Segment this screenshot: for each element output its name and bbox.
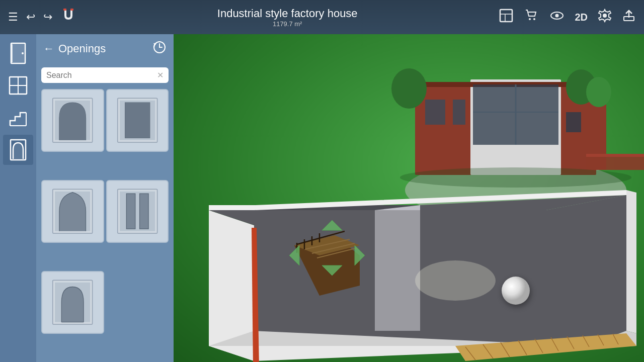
opening-item-4[interactable] bbox=[106, 180, 169, 243]
cart-icon[interactable] bbox=[524, 8, 539, 26]
svg-rect-2 bbox=[500, 10, 512, 22]
category-door[interactable] bbox=[3, 38, 33, 68]
svg-rect-52 bbox=[586, 154, 644, 157]
category-arch[interactable] bbox=[3, 135, 33, 165]
project-title: Industrial style factory house bbox=[217, 7, 358, 20]
menu-icon[interactable]: ☰ bbox=[8, 11, 18, 24]
viewport[interactable] bbox=[174, 34, 644, 362]
svg-point-48 bbox=[391, 68, 427, 109]
svg-rect-0 bbox=[63, 9, 66, 11]
floor-plan bbox=[209, 190, 636, 361]
svg-rect-42 bbox=[453, 100, 465, 125]
panel-header: ← Openings bbox=[36, 34, 174, 63]
svg-point-5 bbox=[529, 18, 531, 20]
settings-icon[interactable] bbox=[598, 9, 612, 26]
svg-rect-41 bbox=[425, 100, 445, 125]
sphere bbox=[502, 277, 530, 305]
back-button[interactable]: ← Openings bbox=[43, 42, 106, 55]
svg-rect-1 bbox=[70, 9, 73, 11]
panel-content: ← Openings ✕ bbox=[36, 34, 174, 362]
blueprint-icon[interactable] bbox=[498, 8, 514, 27]
svg-marker-57 bbox=[375, 210, 420, 331]
items-grid bbox=[36, 87, 174, 362]
opening-item-1[interactable] bbox=[41, 89, 104, 152]
panel-title: Openings bbox=[58, 42, 106, 55]
svg-point-8 bbox=[555, 14, 559, 18]
opening-item-2[interactable] bbox=[106, 89, 169, 152]
undo-icon[interactable]: ↩ bbox=[26, 11, 35, 24]
category-strip bbox=[0, 34, 36, 362]
toolbar-center: Industrial style factory house 1179.7 m² bbox=[217, 7, 358, 28]
svg-point-66 bbox=[415, 260, 496, 301]
category-stairs[interactable] bbox=[3, 103, 33, 133]
redo-icon[interactable]: ↪ bbox=[43, 11, 52, 24]
mode-toggle[interactable]: 2D bbox=[575, 12, 588, 23]
project-subtitle: 1179.7 m² bbox=[273, 20, 302, 28]
svg-marker-63 bbox=[626, 190, 636, 333]
sidebar: ← Openings ✕ bbox=[0, 34, 174, 362]
search-clear-icon[interactable]: ✕ bbox=[157, 70, 164, 80]
back-icon: ← bbox=[43, 42, 54, 55]
history-icon[interactable] bbox=[152, 40, 167, 57]
svg-rect-33 bbox=[139, 194, 148, 229]
svg-point-50 bbox=[586, 77, 611, 107]
toolbar-right: 2D bbox=[498, 8, 636, 27]
toolbar: ☰ ↩ ↪ Industrial style factory house 117… bbox=[0, 0, 644, 34]
magnet-icon[interactable] bbox=[60, 8, 76, 27]
svg-rect-27 bbox=[125, 103, 149, 138]
search-bar: ✕ bbox=[41, 67, 169, 83]
search-input[interactable] bbox=[46, 71, 153, 80]
category-window[interactable] bbox=[3, 70, 33, 101]
svg-rect-47 bbox=[566, 112, 581, 132]
svg-point-13 bbox=[22, 52, 24, 54]
svg-rect-51 bbox=[586, 155, 644, 170]
toolbar-left: ☰ ↩ ↪ bbox=[8, 8, 76, 27]
svg-point-6 bbox=[533, 18, 535, 20]
svg-rect-32 bbox=[126, 194, 135, 229]
svg-point-9 bbox=[603, 14, 607, 18]
svg-rect-31 bbox=[120, 192, 155, 231]
scene-svg bbox=[174, 34, 644, 362]
opening-item-5[interactable] bbox=[41, 271, 104, 334]
opening-item-3[interactable] bbox=[41, 180, 104, 243]
svg-point-53 bbox=[400, 167, 631, 188]
share-icon[interactable] bbox=[622, 9, 636, 26]
eye-icon[interactable] bbox=[549, 8, 565, 26]
